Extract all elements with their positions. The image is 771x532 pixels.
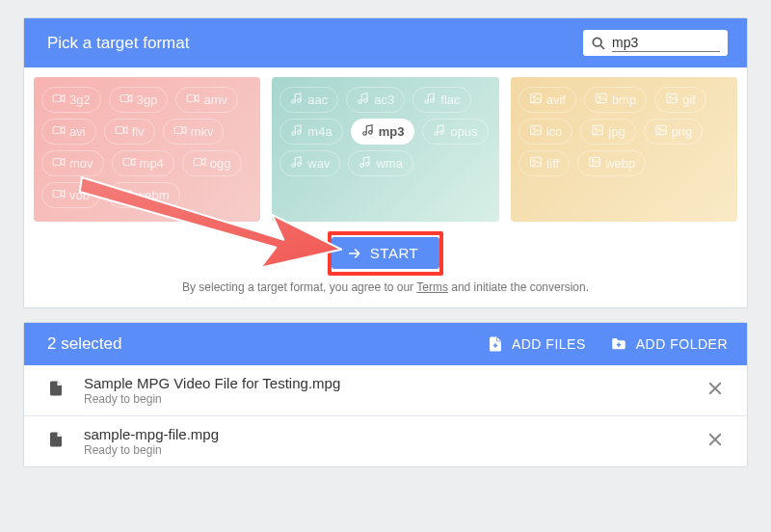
arrow-right-icon bbox=[347, 246, 362, 261]
format-mkv[interactable]: mkv bbox=[163, 119, 225, 145]
format-webp[interactable]: webp bbox=[577, 150, 646, 176]
image-icon bbox=[654, 123, 668, 140]
svg-marker-5 bbox=[128, 95, 132, 102]
remove-file-button[interactable] bbox=[703, 427, 728, 456]
file-list: Sample MPG Video File for Testing.mpgRea… bbox=[24, 365, 747, 466]
svg-point-27 bbox=[364, 99, 368, 103]
format-aac[interactable]: aac bbox=[279, 87, 338, 113]
folder-plus-icon bbox=[609, 335, 628, 353]
file-plus-icon bbox=[487, 335, 504, 353]
search-input[interactable] bbox=[612, 34, 720, 52]
svg-point-53 bbox=[533, 160, 535, 162]
svg-point-47 bbox=[533, 128, 535, 130]
format-gif[interactable]: gif bbox=[654, 87, 706, 113]
start-button[interactable]: START bbox=[332, 237, 439, 269]
file-name: Sample MPG Video File for Testing.mpg bbox=[84, 375, 703, 391]
format-amv[interactable]: amv bbox=[175, 87, 238, 113]
audio-icon bbox=[290, 155, 304, 172]
svg-rect-22 bbox=[120, 191, 127, 198]
format-3gp[interactable]: 3gp bbox=[109, 87, 169, 113]
format-mov[interactable]: mov bbox=[41, 150, 104, 176]
video-icon bbox=[193, 155, 206, 172]
format-avi[interactable]: avi bbox=[41, 119, 96, 145]
picker-header: Pick a target format bbox=[24, 18, 747, 67]
card-image[interactable]: avifbmpgificojpgpngtiffwebp bbox=[511, 77, 737, 222]
svg-point-38 bbox=[360, 164, 364, 168]
file-status: Ready to begin bbox=[84, 392, 703, 406]
svg-point-37 bbox=[298, 163, 302, 167]
file-row[interactable]: Sample MPG Video File for Testing.mpgRea… bbox=[24, 365, 747, 416]
close-icon bbox=[706, 431, 724, 448]
svg-point-26 bbox=[359, 100, 362, 104]
svg-point-31 bbox=[298, 131, 302, 135]
format-wma[interactable]: wma bbox=[348, 150, 412, 176]
svg-point-49 bbox=[595, 128, 597, 130]
image-icon bbox=[588, 155, 601, 172]
format-m4a[interactable]: m4a bbox=[279, 119, 342, 145]
svg-point-36 bbox=[292, 164, 296, 168]
video-icon bbox=[122, 155, 136, 172]
remove-file-button[interactable] bbox=[703, 376, 728, 405]
svg-marker-19 bbox=[201, 159, 205, 166]
audio-icon bbox=[361, 123, 375, 140]
files-header: 2 selected ADD FILES ADD FOLDER bbox=[24, 323, 747, 365]
svg-marker-7 bbox=[196, 95, 199, 102]
selected-count: 2 selected bbox=[47, 334, 464, 354]
search-box[interactable] bbox=[583, 30, 728, 56]
svg-marker-21 bbox=[61, 191, 65, 198]
format-avif[interactable]: avif bbox=[518, 87, 576, 113]
svg-point-33 bbox=[368, 131, 372, 135]
file-row[interactable]: sample-mpg-file.mpgReady to begin bbox=[24, 416, 747, 466]
format-vob[interactable]: vob bbox=[41, 182, 100, 208]
file-name: sample-mpg-file.mpg bbox=[84, 426, 703, 442]
svg-rect-12 bbox=[174, 127, 182, 134]
format-mp3[interactable]: mp3 bbox=[351, 119, 415, 145]
video-icon bbox=[119, 187, 132, 203]
image-icon bbox=[595, 92, 608, 108]
svg-marker-15 bbox=[61, 159, 65, 166]
format-tiff[interactable]: tiff bbox=[518, 150, 571, 176]
format-flv[interactable]: flv bbox=[104, 119, 155, 145]
video-icon bbox=[52, 92, 66, 108]
svg-rect-2 bbox=[53, 95, 61, 102]
format-picker-panel: Pick a target format 3g23gpamvaviflvmkvm… bbox=[23, 17, 748, 308]
format-webm[interactable]: webm bbox=[108, 182, 180, 208]
svg-rect-16 bbox=[123, 159, 131, 166]
video-icon bbox=[120, 92, 133, 108]
svg-point-41 bbox=[533, 96, 535, 98]
add-files-button[interactable]: ADD FILES bbox=[487, 335, 586, 353]
svg-point-30 bbox=[292, 132, 296, 136]
image-icon bbox=[665, 92, 678, 108]
format-ac3[interactable]: ac3 bbox=[346, 87, 405, 113]
format-flac[interactable]: flac bbox=[412, 87, 470, 113]
format-3g2[interactable]: 3g2 bbox=[41, 87, 101, 113]
format-jpg[interactable]: jpg bbox=[580, 119, 635, 145]
format-opus[interactable]: opus bbox=[422, 119, 488, 145]
format-wav[interactable]: wav bbox=[279, 150, 340, 176]
svg-rect-8 bbox=[53, 127, 61, 134]
svg-marker-23 bbox=[127, 191, 131, 198]
format-bmp[interactable]: bmp bbox=[584, 87, 647, 113]
video-icon bbox=[115, 123, 128, 140]
svg-point-35 bbox=[440, 131, 444, 135]
image-icon bbox=[529, 92, 543, 108]
format-mp4[interactable]: mp4 bbox=[112, 150, 174, 176]
svg-point-39 bbox=[366, 163, 370, 167]
format-png[interactable]: png bbox=[644, 119, 704, 145]
audio-icon bbox=[433, 123, 446, 140]
card-video[interactable]: 3g23gpamvaviflvmkvmovmp4oggvobwebm bbox=[34, 77, 260, 222]
format-ico[interactable]: ico bbox=[518, 119, 573, 145]
svg-rect-14 bbox=[53, 159, 61, 166]
add-folder-button[interactable]: ADD FOLDER bbox=[609, 335, 728, 353]
audio-icon bbox=[423, 92, 437, 108]
card-audio[interactable]: aacac3flacm4amp3opuswavwma bbox=[272, 77, 498, 222]
svg-marker-9 bbox=[61, 127, 65, 134]
video-icon bbox=[186, 92, 199, 108]
video-icon bbox=[52, 123, 66, 140]
picker-title: Pick a target format bbox=[47, 34, 189, 53]
close-icon bbox=[706, 380, 724, 397]
format-ogg[interactable]: ogg bbox=[182, 150, 242, 176]
terms-link[interactable]: Terms bbox=[416, 280, 448, 294]
video-icon bbox=[52, 155, 66, 172]
svg-rect-18 bbox=[194, 159, 201, 166]
